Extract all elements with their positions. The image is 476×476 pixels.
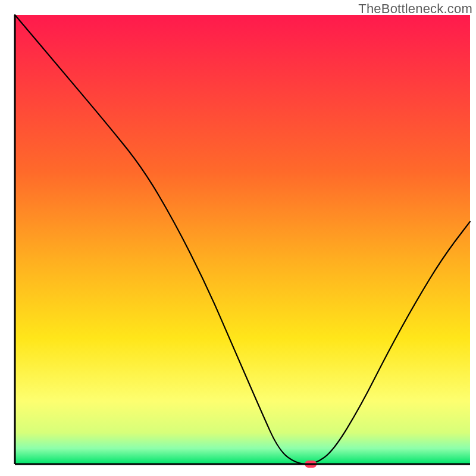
watermark-text: TheBottleneck.com bbox=[358, 1, 472, 17]
bottleneck-chart bbox=[0, 0, 476, 476]
gradient-background bbox=[15, 15, 470, 464]
